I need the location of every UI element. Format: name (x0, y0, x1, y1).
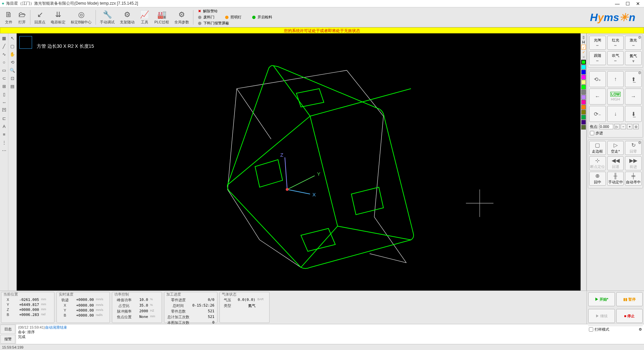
plc-button[interactable]: 🏭PLC过程 (152, 9, 171, 25)
waste-gate-indicator[interactable] (198, 16, 201, 19)
alarm-tab[interactable]: 报警 (0, 335, 15, 344)
layer-height-icon[interactable]: H (581, 40, 586, 44)
b-axis-button[interactable]: ◎标定B轴中心 (68, 9, 94, 25)
redlight-button[interactable]: 红光━ (607, 36, 624, 50)
continue-button[interactable]: ▶ 继续 (588, 309, 615, 323)
layer-check2-icon[interactable]: ✓ (581, 50, 586, 54)
color-swatch[interactable] (581, 85, 586, 90)
right-control-panel: ⚙ 光闸━ 红光━ 激光━ 跟随━ 吹气━ 氮气▼ ⚙ ⟲₊ ↑ ⬆̲ ← LO… (587, 33, 644, 291)
dimension-icon[interactable]: ↔ (1, 99, 7, 106)
layer-check-icon[interactable]: ✓ (581, 45, 586, 49)
blow-button[interactable]: 吹气━ (607, 51, 624, 65)
forward-button[interactable]: ▶▶前进 (625, 156, 642, 170)
layer-x-icon[interactable]: ✕ (581, 55, 586, 59)
group-gear-icon[interactable]: ⚙ (638, 141, 641, 145)
grid-icon[interactable]: ▦ (1, 35, 7, 41)
light-indicator[interactable] (225, 16, 228, 19)
open-button[interactable]: 🗁打开 (15, 9, 29, 25)
3d-viewport[interactable]: 方管 边长30 X R2 X 长度15 (17, 33, 581, 291)
clear-alarm-button[interactable]: ✖解除警铃 (198, 9, 272, 14)
frame-button[interactable]: ▢走边框 (589, 141, 606, 155)
dryrun-button[interactable]: ▷空走* (607, 141, 624, 155)
manual-center-button[interactable]: ╫手动定中 (607, 172, 624, 186)
rotate-cw-button[interactable]: ⟳₋ (589, 106, 606, 122)
focus-input[interactable] (599, 124, 613, 129)
marquee-icon[interactable]: ▢ (9, 43, 16, 49)
color-swatch[interactable] (581, 95, 586, 100)
jog-left-button[interactable]: ← (589, 89, 606, 105)
focus-go-button[interactable]: ▷ (614, 124, 620, 129)
global-button[interactable]: ⚙全局参数 (172, 9, 192, 25)
tools-button[interactable]: 📈工具 (137, 9, 152, 25)
focus-minus-button[interactable]: − (621, 124, 626, 129)
rect-tool-icon[interactable]: ▭ (1, 67, 7, 73)
detect-indicator[interactable] (252, 16, 256, 19)
manual-button[interactable]: 🔧手动调试 (97, 9, 117, 25)
jog-up-button[interactable]: ↑ (607, 71, 624, 87)
viewport-thumbnail[interactable] (19, 36, 32, 49)
curve-tool-icon[interactable]: ∿ (1, 51, 7, 57)
close-button[interactable]: ✕ (636, 1, 640, 6)
color-swatch[interactable] (581, 125, 586, 130)
line-tool-icon[interactable]: ╱ (1, 43, 7, 49)
copy-tool-icon[interactable]: ▯ (1, 91, 7, 98)
chart-icon: 📈 (140, 10, 149, 20)
home-button[interactable]: ↙回原点 (32, 9, 48, 25)
zoom-icon[interactable]: 🔍 (9, 67, 16, 73)
color-swatch[interactable] (581, 100, 586, 105)
breakpoint-button[interactable]: ⊹断点定位 (589, 156, 606, 170)
layer-toggle-icon[interactable]: ▯ (581, 35, 586, 39)
circle-tool-icon[interactable]: ○ (1, 59, 7, 65)
file-button[interactable]: 🗎文件 (2, 9, 15, 25)
text-icon[interactable]: A (1, 123, 7, 130)
rotate-icon[interactable]: ⟲ (9, 59, 16, 65)
text-tool-icon[interactable]: ⊞ (1, 83, 7, 90)
bracket-tool-icon[interactable]: 凹 (1, 107, 7, 114)
focus-plus-button[interactable]: + (627, 124, 632, 129)
cap-calibrate-button[interactable]: ⇊电容标定 (48, 9, 68, 25)
rotate-ccw-button[interactable]: ⟲₊ (589, 71, 606, 87)
select-icon[interactable]: ↖ (9, 35, 16, 41)
more-icon[interactable]: ⋯ (1, 147, 7, 154)
color-swatch[interactable] (581, 80, 586, 84)
auto-center-button[interactable]: ╪自动寻中 (625, 172, 642, 186)
color-swatch[interactable] (581, 75, 586, 79)
log-tab[interactable]: 日志 (0, 325, 15, 334)
arc-tool-icon[interactable]: ⊂ (1, 75, 7, 81)
zoom-fit-icon[interactable]: ⊡ (9, 75, 16, 81)
group-gear-icon[interactable]: ⚙ (638, 35, 641, 40)
snap-icon[interactable]: ⋮ (1, 139, 7, 146)
maximize-button[interactable]: ☐ (626, 1, 630, 6)
pan-icon[interactable]: ✋ (9, 51, 16, 57)
layer-icon[interactable]: ▤ (9, 83, 16, 90)
stop-button[interactable]: ■ 停止 (616, 309, 643, 323)
focus-reset-button[interactable]: ⊙ (633, 124, 639, 129)
color-swatch[interactable] (581, 60, 586, 64)
back-button[interactable]: ◀◀回退 (607, 156, 624, 170)
z-down-button[interactable]: ⬇̲ (625, 106, 642, 122)
speed-toggle-button[interactable]: LOWHIGH (607, 89, 624, 105)
support-button[interactable]: ⚙支架随动 (117, 9, 137, 25)
follow-button[interactable]: 跟随━ (589, 51, 606, 65)
minimize-button[interactable]: — (615, 1, 620, 6)
color-swatch[interactable] (581, 90, 586, 95)
color-swatch[interactable] (581, 105, 586, 110)
return-center-button[interactable]: ⊕回中 (589, 172, 606, 186)
color-swatch[interactable] (581, 70, 586, 74)
jog-right-button[interactable]: → (625, 89, 642, 105)
color-swatch[interactable] (581, 120, 586, 125)
start-button[interactable]: ▶ 开始* (588, 292, 615, 306)
pause-button[interactable]: ▮▮ 暂停 (616, 292, 643, 306)
step-checkbox[interactable] (590, 131, 594, 135)
color-swatch[interactable] (581, 115, 586, 120)
shutter-button[interactable]: 光闸━ (589, 36, 606, 50)
edge-tool-icon[interactable]: ⊏ (1, 115, 7, 122)
gas-button[interactable]: 氮气▼ (625, 51, 642, 65)
unload-alarm-button[interactable]: 下料门报警屏蔽 (198, 21, 272, 26)
group-gear-icon[interactable]: ⚙ (638, 71, 641, 75)
color-swatch[interactable] (581, 110, 586, 115)
color-swatch[interactable] (581, 65, 586, 69)
jog-down-button[interactable]: ↓ (607, 106, 624, 122)
align-icon[interactable]: ≡ (1, 131, 7, 138)
svg-text:Z: Z (280, 152, 283, 158)
